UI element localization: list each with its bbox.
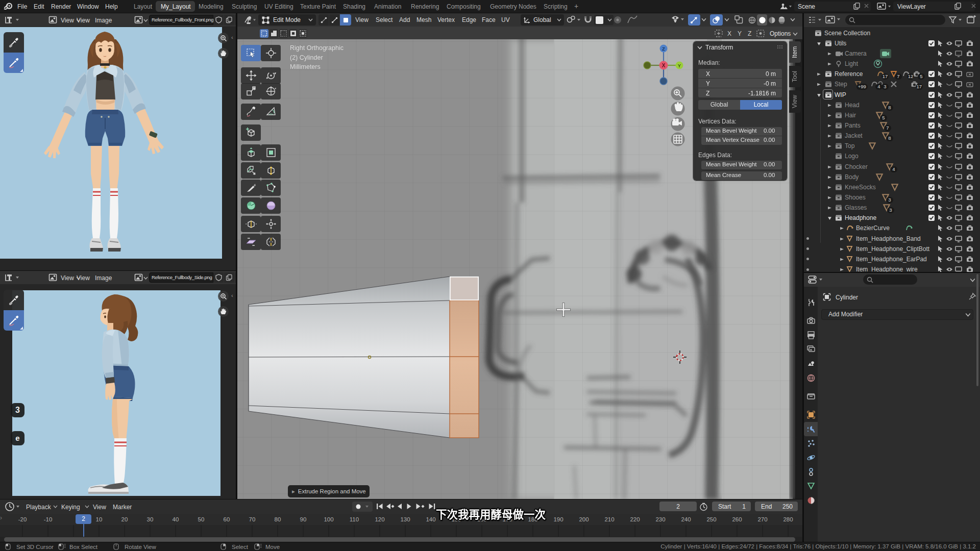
- svg-text:Millimeters: Millimeters: [290, 63, 321, 70]
- svg-text:X: X: [662, 63, 666, 68]
- svg-text:Y: Y: [678, 63, 681, 68]
- svg-text:Right Orthographic: Right Orthographic: [290, 44, 344, 52]
- svg-text:Z: Z: [662, 46, 665, 52]
- svg-text:(2) Cylinder: (2) Cylinder: [290, 54, 323, 61]
